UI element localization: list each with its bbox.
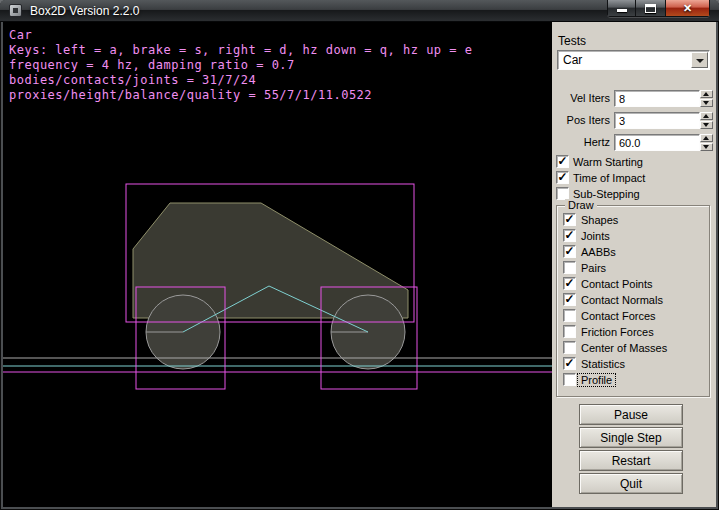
tests-dropdown-value: Car	[563, 53, 582, 67]
maximize-icon	[645, 4, 656, 13]
checkbox-warm-starting[interactable]: ✓Warm Starting	[552, 155, 716, 170]
close-button[interactable]: ✕	[665, 0, 710, 17]
checkbox-joints[interactable]: ✓Joints	[557, 229, 709, 244]
client-area: CarKeys: left = a, brake = s, right = d,…	[3, 22, 716, 507]
single-step-button[interactable]: Single Step	[579, 427, 683, 448]
spinner-arrows	[700, 90, 713, 107]
spinner-up-icon[interactable]	[700, 134, 713, 142]
minimize-icon	[617, 9, 627, 12]
debug-text-line: Car	[9, 28, 472, 43]
checkbox-label: Center of Masses	[581, 342, 667, 354]
checkbox-box: ✓	[563, 357, 576, 370]
checkbox-box	[563, 325, 576, 338]
checkbox-center-of-masses[interactable]: Center of Masses	[557, 341, 709, 356]
spinner-down-icon[interactable]	[700, 143, 713, 151]
checkbox-label: Joints	[581, 230, 610, 242]
checkbox-label: Time of Impact	[573, 172, 645, 184]
debug-text-line: frequency = 4 hz, damping ratio = 0.7	[9, 58, 472, 73]
vel-iters-label: Vel Iters	[552, 92, 610, 104]
checkbox-label: Pairs	[581, 262, 606, 274]
hertz-spinner: Hertz60.0	[552, 134, 716, 151]
checkbox-profile[interactable]: Profile	[557, 373, 709, 388]
vel-iters-spinner: Vel Iters8	[552, 90, 716, 107]
simulation-canvas[interactable]: CarKeys: left = a, brake = s, right = d,…	[3, 22, 552, 507]
spinner-arrows	[700, 112, 713, 129]
restart-button[interactable]: Restart	[579, 450, 683, 471]
checkbox-time-of-impact[interactable]: ✓Time of Impact	[552, 171, 716, 186]
pos-iters-label: Pos Iters	[552, 114, 610, 126]
debug-text-line: bodies/contacts/joints = 31/7/24	[9, 73, 472, 88]
checkbox-label: AABBs	[581, 246, 616, 258]
checkbox-label: Contact Normals	[581, 294, 663, 306]
checkbox-aabbs[interactable]: ✓AABBs	[557, 245, 709, 260]
checkbox-statistics[interactable]: ✓Statistics	[557, 357, 709, 372]
caption-buttons: ✕	[607, 0, 710, 17]
close-icon: ✕	[666, 2, 709, 15]
checkbox-contact-normals[interactable]: ✓Contact Normals	[557, 293, 709, 308]
checkbox-box	[563, 309, 576, 322]
tests-dropdown[interactable]: Car	[557, 50, 710, 70]
app-icon	[9, 4, 22, 17]
checkbox-box: ✓	[556, 171, 569, 184]
checkbox-box	[563, 261, 576, 274]
window: Box2D Version 2.2.0 ✕ CarKeys:	[0, 0, 719, 510]
vel-iters-input[interactable]: 8	[614, 90, 700, 107]
checkbox-box: ✓	[563, 293, 576, 306]
checkbox-shapes[interactable]: ✓Shapes	[557, 213, 709, 228]
spinner-up-icon[interactable]	[700, 112, 713, 120]
checkbox-box: ✓	[563, 213, 576, 226]
pos-iters-spinner: Pos Iters3	[552, 112, 716, 129]
spinner-down-icon[interactable]	[700, 99, 713, 107]
checkbox-contact-forces[interactable]: Contact Forces	[557, 309, 709, 324]
checkbox-box: ✓	[556, 155, 569, 168]
maximize-button[interactable]	[636, 0, 665, 17]
tests-label: Tests	[558, 34, 586, 48]
spinner-up-icon[interactable]	[700, 90, 713, 98]
debug-text-line: Keys: left = a, brake = s, right = d, hz…	[9, 43, 472, 58]
checkbox-label: Contact Points	[581, 278, 653, 290]
checkbox-box: ✓	[563, 245, 576, 258]
checkbox-label: Contact Forces	[581, 310, 656, 322]
action-buttons: PauseSingle StepRestartQuit	[579, 404, 683, 504]
checkbox-pairs[interactable]: Pairs	[557, 261, 709, 276]
checkbox-contact-points[interactable]: ✓Contact Points	[557, 277, 709, 292]
checkbox-label: Warm Starting	[573, 156, 643, 168]
quit-button[interactable]: Quit	[579, 473, 683, 494]
checkbox-box: ✓	[563, 277, 576, 290]
hertz-label: Hertz	[552, 136, 610, 148]
draw-group-title: Draw	[565, 199, 597, 211]
spinner-arrows	[700, 134, 713, 151]
checkbox-label: Profile	[578, 374, 615, 386]
pos-iters-input[interactable]: 3	[614, 112, 700, 129]
checkbox-box	[563, 373, 576, 386]
pause-button[interactable]: Pause	[579, 404, 683, 425]
control-panel: Tests Car Vel Iters8Pos Iters3Hertz60.0 …	[552, 22, 716, 507]
chevron-down-icon[interactable]	[691, 52, 708, 68]
debug-text-line: proxies/height/balance/quality = 55/7/1/…	[9, 88, 472, 103]
draw-group: Draw ✓Shapes✓Joints✓AABBsPairs✓Contact P…	[556, 205, 710, 397]
minimize-button[interactable]	[607, 0, 636, 17]
debug-text: CarKeys: left = a, brake = s, right = d,…	[9, 28, 472, 103]
checkbox-box: ✓	[563, 229, 576, 242]
hertz-input[interactable]: 60.0	[614, 134, 700, 151]
titlebar[interactable]: Box2D Version 2.2.0 ✕	[0, 0, 719, 22]
checkbox-friction-forces[interactable]: Friction Forces	[557, 325, 709, 340]
spinner-down-icon[interactable]	[700, 121, 713, 129]
checkbox-label: Friction Forces	[581, 326, 654, 338]
checkbox-box	[563, 341, 576, 354]
checkbox-label: Shapes	[581, 214, 618, 226]
window-title: Box2D Version 2.2.0	[30, 4, 139, 18]
checkbox-label: Statistics	[581, 358, 625, 370]
